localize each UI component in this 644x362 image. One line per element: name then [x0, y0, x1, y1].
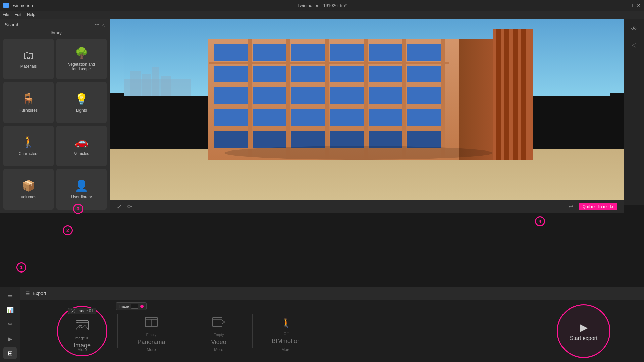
export-card-video[interactable]: Empty Video More — [185, 308, 252, 355]
volumes-label: Volumes — [21, 195, 36, 199]
svg-rect-52 — [496, 29, 501, 160]
more-options-icon[interactable]: ••• — [95, 22, 99, 27]
image-card-inner: Image 01 Image — [74, 320, 91, 349]
lights-label: Lights — [76, 108, 87, 113]
materials-label: Materials — [20, 64, 37, 69]
sidebar-graph-icon[interactable]: 📊 — [3, 304, 17, 316]
app-title: Twinmotion — [3, 3, 33, 8]
start-export-card[interactable]: ▶ Start export — [550, 301, 617, 361]
maximize-button[interactable]: □ — [630, 3, 633, 8]
svg-rect-10 — [214, 44, 248, 61]
export-panel: ☰ Export ✓ Image 01 — [20, 287, 644, 362]
checkbox-icon: ✓ — [71, 309, 75, 313]
library-sidebar: Search ••• ◁ Library 🗂 Materials 🌳 Veget… — [0, 19, 110, 213]
library-item-lights[interactable]: 💡 Lights — [56, 82, 107, 123]
svg-rect-14 — [369, 44, 402, 61]
panorama-card-label: Panorama — [137, 339, 165, 346]
vegetation-label: Vegetation and landscape — [59, 62, 104, 71]
export-card-image[interactable]: ✓ Image 01 Image 01 Image — [47, 308, 117, 355]
export-label: Export — [33, 291, 46, 296]
library-item-materials[interactable]: 🗂 Materials — [3, 39, 54, 79]
sidebar-export-icon[interactable]: ⊞ — [3, 347, 17, 359]
close-button[interactable]: ✕ — [637, 3, 641, 8]
svg-rect-50 — [402, 39, 406, 160]
window-controls[interactable]: — □ ✕ — [621, 3, 641, 8]
search-label: Search — [5, 22, 19, 27]
menu-edit[interactable]: Edit — [14, 12, 21, 17]
menu-file[interactable]: File — [3, 12, 9, 17]
svg-rect-23 — [253, 87, 286, 104]
svg-rect-55 — [521, 29, 526, 160]
svg-rect-34 — [214, 131, 248, 148]
library-item-furnitures[interactable]: 🪑 Furnitures — [3, 82, 54, 123]
svg-rect-38 — [369, 131, 402, 148]
svg-rect-37 — [330, 131, 364, 148]
f1-tooltip: Image F1 — [116, 302, 147, 310]
move-tool-icon[interactable]: ⤢ — [117, 203, 122, 210]
image01-badge: ✓ Image 01 — [68, 308, 96, 314]
library-item-volumes[interactable]: 📦 Volumes — [3, 169, 54, 210]
svg-rect-46 — [248, 39, 252, 160]
svg-rect-31 — [330, 109, 364, 126]
annotation-circle-1: 1 — [16, 262, 26, 273]
view-icon[interactable]: 👁 — [627, 22, 641, 36]
back-icon[interactable]: ◁ — [627, 38, 641, 52]
quit-media-button[interactable]: Quit media mode — [579, 203, 617, 210]
svg-point-56 — [224, 146, 493, 160]
annotation-circle-3: 3 — [73, 204, 83, 214]
video-card-icon — [212, 317, 225, 330]
image-subtext: Image 01 — [74, 336, 90, 340]
sidebar-play-icon[interactable]: ▶ — [3, 333, 17, 345]
vehicles-icon: 🚗 — [75, 136, 88, 148]
library-item-vegetation[interactable]: 🌳 Vegetation and landscape — [56, 39, 107, 79]
menu-help[interactable]: Help — [27, 12, 35, 17]
f1-tag: F1 — [131, 304, 139, 309]
library-item-vehicles[interactable]: 🚗 Vehicles — [56, 126, 107, 167]
annotation-circle-4: 4 — [535, 216, 545, 226]
bimmotion-subtext: Off — [284, 331, 288, 336]
svg-rect-13 — [330, 44, 364, 61]
svg-rect-39 — [407, 131, 441, 148]
minimize-button[interactable]: — — [621, 3, 626, 8]
svg-rect-26 — [369, 87, 402, 104]
bottom-left-sidebar: ⬅ 📊 ✏ ▶ ⊞ — [0, 287, 20, 362]
viewport — [110, 19, 624, 205]
video-more-button[interactable]: More — [214, 347, 223, 352]
bimmotion-more-button[interactable]: More — [281, 347, 290, 352]
svg-rect-29 — [253, 109, 286, 126]
bimmotion-card-inner: 🚶 Off BIMmotion — [272, 318, 301, 345]
vegetation-icon: 🌳 — [75, 47, 88, 59]
sidebar-input-icon[interactable]: ⬅ — [3, 289, 17, 302]
hamburger-icon[interactable]: ☰ — [25, 291, 30, 296]
furnitures-icon: 🪑 — [22, 93, 35, 105]
svg-rect-15 — [407, 44, 441, 61]
svg-rect-20 — [369, 66, 402, 82]
svg-rect-33 — [407, 109, 441, 126]
svg-rect-32 — [369, 109, 402, 126]
library-grid: 🗂 Materials 🌳 Vegetation and landscape 🪑… — [3, 39, 107, 210]
bimmotion-card-icon: 🚶 — [280, 318, 292, 329]
svg-rect-12 — [291, 44, 325, 61]
panorama-more-button[interactable]: More — [147, 347, 156, 352]
recording-dot-icon — [140, 305, 144, 308]
viewport-tools: ⤢ ✏ — [117, 203, 132, 210]
viewport-toolbar: ⤢ ✏ ↩ Quit media mode — [110, 200, 624, 213]
bimmotion-card-label: BIMmotion — [272, 338, 301, 345]
export-card-bimmotion[interactable]: 🚶 Off BIMmotion More — [253, 308, 320, 355]
export-card-panorama[interactable]: Empty Panorama More — [118, 308, 185, 355]
collapse-icon[interactable]: ◁ — [102, 22, 105, 27]
undo-icon[interactable]: ↩ — [569, 203, 573, 210]
svg-rect-36 — [291, 131, 325, 148]
library-item-user-library[interactable]: 👤 User library — [56, 169, 107, 210]
annotation-circle-2: 2 — [63, 225, 73, 235]
start-export-label: Start export — [570, 335, 598, 341]
svg-rect-54 — [513, 29, 518, 160]
start-export-circle: ▶ Start export — [557, 304, 610, 358]
library-item-characters[interactable]: 🚶 Characters — [3, 126, 54, 167]
pencil-tool-icon[interactable]: ✏ — [127, 203, 132, 210]
svg-rect-3 — [142, 74, 151, 96]
svg-rect-17 — [253, 66, 286, 82]
library-header: Search ••• ◁ — [3, 22, 107, 27]
image-more-button[interactable]: More — [77, 347, 87, 352]
sidebar-paint-icon[interactable]: ✏ — [3, 318, 17, 330]
